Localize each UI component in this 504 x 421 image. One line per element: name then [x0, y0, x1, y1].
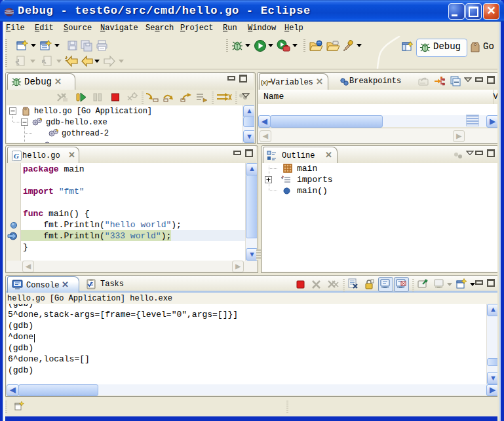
svg-text:G: G — [14, 152, 19, 160]
svg-text:(x)=: (x)= — [261, 79, 271, 86]
